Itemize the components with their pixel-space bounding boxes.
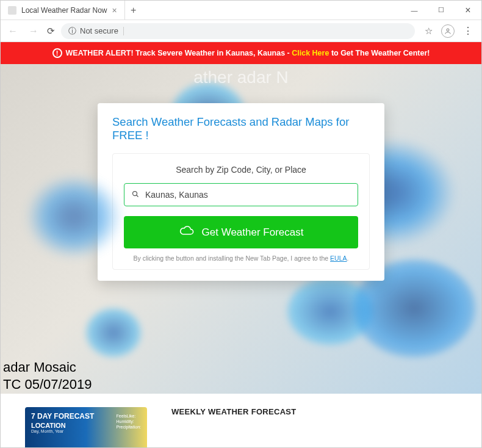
search-area: Search by Zip Code, City, or Place Get W… <box>112 153 370 270</box>
eula-link[interactable]: EULA <box>330 255 347 262</box>
forward-button[interactable]: → <box>26 23 41 39</box>
weekly-forecast-column: WEEKLY WEATHER FORECAST <box>171 407 297 416</box>
titlebar: Local Weather Radar Now × + — ☐ × <box>1 1 481 20</box>
tab-close-icon[interactable]: × <box>112 5 117 15</box>
alert-link[interactable]: Click Here <box>292 49 329 57</box>
location-input[interactable] <box>145 190 350 200</box>
alert-text: Track Severe Weather in Kaunas, Kaunas - <box>135 49 290 57</box>
minimize-button[interactable]: — <box>401 1 428 20</box>
svg-point-1 <box>133 191 137 195</box>
background-site-title: ather adar N <box>193 68 289 87</box>
separator <box>123 27 124 35</box>
svg-line-2 <box>137 195 138 197</box>
svg-point-0 <box>447 29 449 31</box>
promo-stats: FeelsLike: Humidity: Precipitation: <box>117 413 141 430</box>
reload-button[interactable]: ⟳ <box>47 26 55 37</box>
search-instruction: Search by Zip Code, City, or Place <box>124 165 358 175</box>
page-viewport: ! WEATHER ALERT! Track Severe Weather in… <box>1 42 481 447</box>
cta-label: Get Weather Forecast <box>202 226 304 239</box>
alert-prefix: WEATHER ALERT! <box>66 49 134 57</box>
window-close-button[interactable]: × <box>455 1 481 20</box>
weekly-forecast-heading: WEEKLY WEATHER FORECAST <box>171 407 297 416</box>
maximize-button[interactable]: ☐ <box>428 1 455 20</box>
security-indicator[interactable]: ⓘ Not secure <box>68 26 118 37</box>
browser-window: Local Weather Radar Now × + — ☐ × ← → ⟳ … <box>0 0 482 448</box>
search-icon <box>132 190 139 200</box>
weather-alert-banner: ! WEATHER ALERT! Track Severe Weather in… <box>1 42 481 64</box>
favicon-icon <box>8 6 16 15</box>
info-icon: ⓘ <box>68 26 76 37</box>
radar-source-label: adar Mosaic TC 05/07/2019 <box>3 359 92 394</box>
alert-icon: ! <box>52 48 62 58</box>
cloud-icon <box>179 225 195 240</box>
search-card: Search Weather Forecasts and Radar Maps … <box>98 103 384 281</box>
back-button[interactable]: ← <box>5 23 20 39</box>
card-heading: Search Weather Forecasts and Radar Maps … <box>112 115 370 142</box>
browser-tab[interactable]: Local Weather Radar Now × <box>1 1 125 20</box>
below-fold-section: 7 DAY FORECAST LOCATION Day, Month, Year… <box>1 394 481 447</box>
legal-text: By clicking the button and installing th… <box>124 255 358 262</box>
profile-button[interactable] <box>441 24 455 38</box>
get-forecast-button[interactable]: Get Weather Forecast <box>124 216 358 248</box>
browser-toolbar: ← → ⟳ ⓘ Not secure ☆ ⋮ <box>1 20 481 42</box>
tab-title: Local Weather Radar Now <box>21 6 107 15</box>
security-label: Not secure <box>80 26 118 35</box>
bookmark-star-icon[interactable]: ☆ <box>425 26 433 37</box>
new-tab-button[interactable]: + <box>125 1 142 20</box>
search-box[interactable] <box>124 183 358 206</box>
window-controls: — ☐ × <box>401 1 481 20</box>
address-bar[interactable]: ⓘ Not secure <box>61 23 415 39</box>
kebab-menu-icon[interactable]: ⋮ <box>463 25 473 37</box>
forecast-promo-card[interactable]: 7 DAY FORECAST LOCATION Day, Month, Year… <box>25 407 147 447</box>
radar-map-background: ather adar N Search Weather Forecasts an… <box>1 64 481 394</box>
alert-suffix: to Get The Weather Center! <box>331 49 430 57</box>
